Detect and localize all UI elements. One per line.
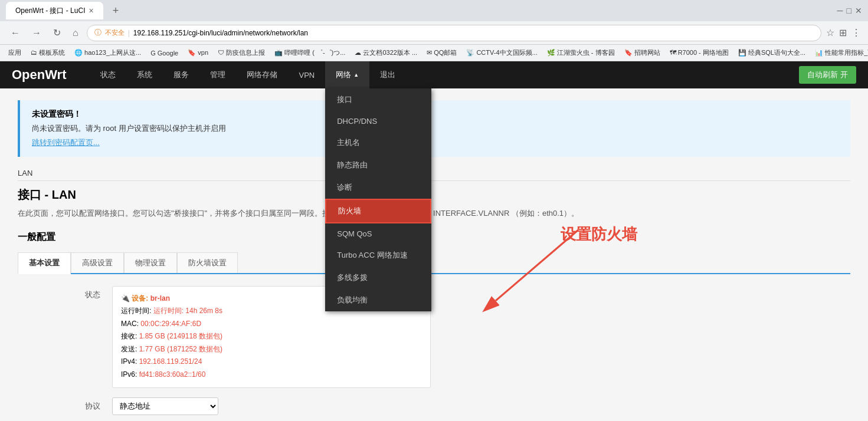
dropdown-multiwan[interactable]: 多线多拨 (325, 267, 431, 289)
address-bar: ⓘ 不安全 | (87, 25, 821, 41)
nav-network[interactable]: 网络 ▲ 接口 DHCP/DNS 主机名 静态路由 诊断 防火墙 SQM QoS… (325, 61, 369, 88)
warning-link[interactable]: 跳转到密码配置页... (32, 138, 100, 147)
tab-basic[interactable]: 基本设置 (18, 252, 71, 274)
main-content: 未设置密码！ 尚未设置密码。请为 root 用户设置密码以保护主机并启用 跳转到… (0, 88, 868, 421)
network-dropdown: 接口 DHCP/DNS 主机名 静态路由 诊断 防火墙 SQM QoS Turb… (325, 88, 431, 311)
auto-refresh-btn[interactable]: 自动刷新 开 (799, 66, 856, 84)
bookmark-10[interactable]: 🌿 江湖萤火虫 - 博客园 (543, 47, 618, 58)
dropdown-turbo-acc[interactable]: Turbo ACC 网络加速 (325, 244, 431, 267)
tab-advanced[interactable]: 高级设置 (71, 252, 124, 273)
forward-btn[interactable]: → (28, 25, 45, 41)
tab-close-btn[interactable]: × (89, 6, 93, 15)
bookmark-9[interactable]: 📡 CCTV-4中文国际频... (463, 47, 541, 58)
bookmark-1[interactable]: 🗂 模板系统 (27, 47, 68, 58)
dropdown-static-routes[interactable]: 静态路由 (325, 154, 431, 176)
nav-services[interactable]: 服务 (163, 61, 199, 88)
security-icon: ⓘ (94, 28, 101, 38)
tab-physical[interactable]: 物理设置 (124, 252, 177, 273)
dropdown-diagnostic[interactable]: 诊断 (325, 176, 431, 199)
minimize-btn[interactable]: ─ (837, 6, 843, 15)
status-mac: MAC: 00:0C:29:44:AF:6D (121, 318, 422, 331)
bookmarks-bar: 应用 🗂 模板系统 🌐 hao123_上网从这... G Google 🔖 vp… (0, 45, 868, 61)
nav-admin[interactable]: 管理 (199, 61, 236, 88)
browser-controls: ← → ↻ ⌂ ⓘ 不安全 | ☆ ⊞ ⋮ (0, 21, 868, 45)
dropdown-hostname[interactable]: 主机名 (325, 131, 431, 154)
browser-tab[interactable]: OpenWrt - 接口 - LuCI × (6, 2, 103, 19)
new-tab-btn[interactable]: + (108, 5, 124, 17)
bookmark-6[interactable]: 📺 哔哩哔哩 ( ゜-゜)つ... (271, 47, 349, 58)
nav-vpn[interactable]: VPN (288, 61, 325, 88)
page-title: 接口 - LAN (18, 187, 850, 203)
status-ipv6: IPv6: fd41:88c3:60a2::1/60 (121, 369, 422, 381)
bookmark-star-btn[interactable]: ☆ (826, 27, 834, 38)
status-label: 状态 (18, 286, 112, 300)
bookmark-13[interactable]: 💾 经典SQL语句大全... (735, 47, 809, 58)
page-description: 在此页面，您可以配置网络接口。您可以勾选"桥接接口"，并将多个接口归属至同一网段… (18, 208, 850, 219)
page-body: 设置防火墙 未设置密码！ 尚未设置密码。请为 root 用户设置密码以保护主机并… (0, 88, 868, 421)
maximize-btn[interactable]: □ (847, 6, 851, 15)
bookmark-12[interactable]: 🗺 R7000 - 网络地图 (666, 47, 732, 58)
openwrt-app: OpenWrt 状态 系统 服务 管理 网络存储 VPN 网络 ▲ 接口 DHC… (0, 61, 868, 421)
back-btn[interactable]: ← (7, 25, 24, 41)
tab-title: OpenWrt - 接口 - LuCI (15, 6, 85, 16)
dropdown-lb[interactable]: 负载均衡 (325, 289, 431, 311)
dropdown-interface[interactable]: 接口 (325, 88, 431, 111)
address-input[interactable] (133, 29, 814, 37)
nav-storage[interactable]: 网络存储 (236, 61, 288, 88)
nav-logout[interactable]: 退出 (369, 61, 406, 88)
insecure-label: 不安全 (105, 28, 125, 37)
bookmark-4[interactable]: 🔖 vpn (184, 48, 212, 58)
dropdown-sqm[interactable]: SQM QoS (325, 223, 431, 244)
bookmark-3[interactable]: G Google (147, 48, 182, 58)
bookmark-11[interactable]: 🔖 招聘网站 (621, 47, 664, 58)
home-btn[interactable]: ⌂ (69, 25, 82, 41)
bookmark-8[interactable]: ✉ QQ邮箱 (423, 47, 460, 58)
tabs-container: 基本设置 高级设置 物理设置 防火墙设置 (18, 252, 850, 274)
reload-btn[interactable]: ↻ (50, 25, 64, 41)
openwrt-header: OpenWrt 状态 系统 服务 管理 网络存储 VPN 网络 ▲ 接口 DHC… (0, 61, 868, 88)
protocol-control: 静态地址 DHCP客户端 PPPoE 无配置 (112, 397, 431, 415)
nav-system[interactable]: 系统 (126, 61, 163, 88)
tab-firewall[interactable]: 防火墙设置 (177, 252, 238, 273)
nav-status[interactable]: 状态 (90, 61, 126, 88)
status-ipv4: IPv4: 192.168.119.251/24 (121, 356, 422, 369)
bookmark-14[interactable]: 📊 性能常用指标_百度... (811, 47, 868, 58)
bookmark-2[interactable]: 🌐 hao123_上网从这... (71, 47, 145, 58)
form-row-protocol: 协议 静态地址 DHCP客户端 PPPoE 无配置 (18, 397, 431, 415)
protocol-label: 协议 (18, 397, 112, 412)
section-label: LAN (18, 169, 850, 181)
section-header: 一般配置 (18, 231, 850, 244)
menu-btn[interactable]: ⋮ (851, 27, 861, 38)
openwrt-nav: 状态 系统 服务 管理 网络存储 VPN 网络 ▲ 接口 DHCP/DNS 主机… (90, 61, 406, 88)
warning-title: 未设置密码！ (32, 109, 838, 120)
bookmark-5[interactable]: 🛡 防疫信息上报 (214, 47, 268, 58)
close-btn[interactable]: ✕ (855, 6, 862, 15)
dropdown-dhcp[interactable]: DHCP/DNS (325, 111, 431, 131)
warning-box: 未设置密码！ 尚未设置密码。请为 root 用户设置密码以保护主机并启用 跳转到… (18, 100, 850, 157)
openwrt-logo: OpenWrt (12, 67, 66, 83)
dropdown-firewall[interactable]: 防火墙 (325, 199, 431, 223)
bookmark-7[interactable]: ☁ 云文档0322版本 ... (351, 47, 421, 58)
status-rx: 接收: 1.85 GB (2149118 数据包) (121, 330, 422, 343)
warning-text: 尚未设置密码。请为 root 用户设置密码以保护主机并启用 (32, 123, 838, 134)
status-tx: 发送: 1.77 GB (1871252 数据包) (121, 343, 422, 356)
apps-bookmark[interactable]: 应用 (5, 47, 25, 58)
browser-frame: OpenWrt - 接口 - LuCI × + ─ □ ✕ ← → ↻ ⌂ ⓘ … (0, 0, 868, 421)
extensions-btn[interactable]: ⊞ (839, 27, 847, 38)
protocol-select[interactable]: 静态地址 DHCP客户端 PPPoE 无配置 (112, 397, 218, 415)
browser-titlebar: OpenWrt - 接口 - LuCI × + ─ □ ✕ (0, 0, 868, 21)
